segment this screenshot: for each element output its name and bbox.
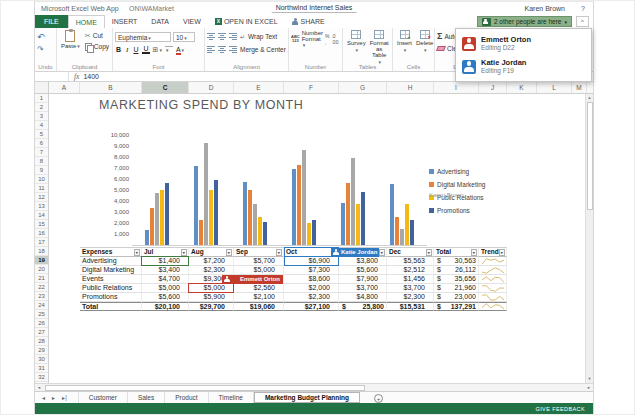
double-underline-button[interactable]: U	[142, 45, 149, 54]
ribbon-tab-insert[interactable]: INSERT	[105, 15, 145, 28]
first-sheet-icon[interactable]: ◄	[41, 395, 46, 401]
column-header-k[interactable]: K	[507, 82, 537, 93]
row-header-26[interactable]: 26	[35, 319, 48, 328]
row-header-10[interactable]: 10	[35, 175, 48, 184]
column-header-g[interactable]: G	[339, 82, 387, 93]
row-header-9[interactable]: 9	[35, 166, 48, 175]
row-header-6[interactable]: 6	[35, 139, 48, 148]
font-size-select[interactable]: 10	[173, 32, 195, 42]
table-header-trend[interactable]: Trend▾	[479, 248, 507, 257]
cell-advertising-dec[interactable]: $5,563	[387, 257, 434, 266]
row-header-11[interactable]: 11	[35, 184, 48, 193]
cell-public-relations-jul[interactable]: $5,000	[142, 284, 189, 293]
filter-icon[interactable]: ▾	[181, 249, 188, 256]
column-header-b[interactable]: B	[80, 82, 142, 93]
filter-icon[interactable]: ▾	[134, 249, 141, 256]
cell-total-public-relations[interactable]: $21,960	[434, 284, 479, 293]
ribbon-tab-file[interactable]: FILE	[35, 15, 68, 28]
insert-cells-button[interactable]: + Insert	[395, 30, 414, 53]
wrap-text-button[interactable]: Wrap Text	[248, 33, 277, 40]
sheet-tab-marketing-budget-planning[interactable]: Marketing Budget Planning	[254, 392, 360, 403]
hscroll-thumb[interactable]	[45, 385, 365, 391]
cell-promotions-sep[interactable]: $2,100	[234, 293, 284, 302]
redo-icon[interactable]: ↷	[37, 45, 44, 55]
workbook-path[interactable]: ON\WAMarket	[129, 5, 174, 12]
cell-events-dec[interactable]: $1,456	[387, 275, 434, 284]
row-header-32[interactable]: 32	[35, 373, 48, 382]
table-header-dec[interactable]: Dec▾	[387, 248, 434, 257]
cell-promotions-dec[interactable]: $2,300	[387, 293, 434, 302]
cell-total-digital-marketing[interactable]: $26,112	[434, 266, 479, 275]
italic-button[interactable]: I	[125, 46, 129, 54]
column-header-c[interactable]: C	[142, 82, 189, 93]
people-here-badge[interactable]: 2 other people are here ▾	[477, 16, 572, 27]
table-header-sep[interactable]: Sep▾	[234, 248, 284, 257]
total-row-label[interactable]: Total	[80, 302, 142, 311]
row-header-19[interactable]: 19	[35, 256, 48, 265]
name-box[interactable]	[35, 72, 69, 81]
collapse-ribbon-button[interactable]: ^	[576, 16, 589, 27]
column-header-l[interactable]: L	[537, 82, 572, 93]
give-feedback-link[interactable]: GIVE FEEDBACK	[535, 406, 585, 412]
merge-center-button[interactable]: Merge & Center	[240, 46, 286, 53]
row-header-2[interactable]: 2	[35, 103, 48, 112]
person-entry-katie-jordan[interactable]: Katie JordanEditing F19	[456, 55, 591, 78]
select-all-corner[interactable]	[35, 82, 49, 93]
total-cell[interactable]: $19,060	[234, 302, 284, 311]
total-cell[interactable]: $15,531	[387, 302, 434, 311]
column-header-f[interactable]: F	[284, 82, 339, 93]
help-icon[interactable]: ?	[581, 5, 585, 12]
format-as-table-button[interactable]: Formatas Table	[368, 30, 391, 65]
align-bottom-icon[interactable]	[229, 33, 237, 40]
horizontal-scrollbar[interactable]: ◄ ►	[35, 383, 593, 391]
column-header-j[interactable]: J	[479, 82, 507, 93]
delete-cells-button[interactable]: × Delete	[414, 30, 435, 53]
align-top-icon[interactable]	[207, 33, 215, 40]
align-middle-icon[interactable]	[218, 33, 226, 40]
bold-button[interactable]: B	[115, 46, 122, 53]
filter-icon[interactable]: ▾	[471, 249, 478, 256]
scroll-up-icon[interactable]: ▲	[586, 94, 593, 102]
row-label[interactable]: Promotions	[80, 293, 142, 302]
scroll-down-icon[interactable]: ▼	[586, 375, 593, 383]
cell-advertising-oct[interactable]: $6,900	[284, 257, 339, 266]
ribbon-tab-open-in-excel[interactable]: XOPEN IN EXCEL	[208, 15, 285, 28]
cell-digital-marketing-dec[interactable]: $2,512	[387, 266, 434, 275]
cell-advertising-aug[interactable]: $7,200	[189, 257, 234, 266]
sheet-tab-product[interactable]: Product	[165, 392, 208, 403]
row-header-30[interactable]: 30	[35, 355, 48, 364]
sheet-tab-sales[interactable]: Sales	[128, 392, 165, 403]
copy-button[interactable]: Copy	[85, 41, 109, 52]
cell-events-nov[interactable]: $7,900	[339, 275, 387, 284]
formula-input[interactable]: 1400	[83, 73, 99, 80]
cell-public-relations-nov[interactable]: $3,700	[339, 284, 387, 293]
grand-total-cell[interactable]: $137,291	[434, 302, 479, 311]
align-left-icon[interactable]	[207, 46, 215, 53]
cell-digital-marketing-oct[interactable]: $7,300	[284, 266, 339, 275]
row-header-1[interactable]: 1	[35, 94, 48, 103]
cell-public-relations-sep[interactable]: $2,560	[234, 284, 284, 293]
row-header-12[interactable]: 12	[35, 193, 48, 202]
fill-color-button[interactable]	[165, 46, 173, 53]
table-header-jul[interactable]: Jul▾	[142, 248, 189, 257]
cell-promotions-oct[interactable]: $2,300	[284, 293, 339, 302]
cell-total-advertising[interactable]: $30,563	[434, 257, 479, 266]
column-header-h[interactable]: H	[387, 82, 434, 93]
row-header-16[interactable]: 16	[35, 229, 48, 238]
cell-advertising-nov[interactable]: $3,800	[339, 257, 387, 266]
total-cell[interactable]: $20,100	[142, 302, 189, 311]
ribbon-tab-data[interactable]: DATA	[144, 15, 176, 28]
column-header-e[interactable]: E	[234, 82, 284, 93]
row-label[interactable]: Public Relations	[80, 284, 142, 293]
row-header-5[interactable]: 5	[35, 130, 48, 139]
row-header-17[interactable]: 17	[35, 238, 48, 247]
total-cell[interactable]: $25,800	[339, 302, 387, 311]
ribbon-tab-home[interactable]: HOME	[68, 15, 105, 28]
filter-icon[interactable]: ▾	[226, 249, 233, 256]
cell-public-relations-oct[interactable]: $2,000	[284, 284, 339, 293]
table-header-total[interactable]: Total▾	[434, 248, 479, 257]
borders-button[interactable]: ⊞	[153, 46, 162, 54]
row-header-15[interactable]: 15	[35, 220, 48, 229]
scroll-right-icon[interactable]: ►	[585, 384, 593, 391]
prev-sheet-icon[interactable]: ►	[51, 395, 56, 401]
